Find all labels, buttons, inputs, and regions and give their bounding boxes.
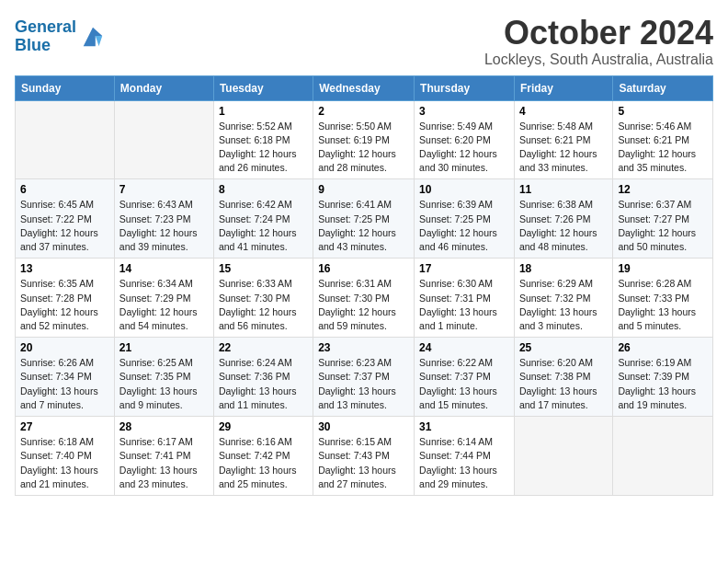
cell-info: Sunset: 7:29 PM xyxy=(119,292,209,305)
logo-icon xyxy=(80,24,106,50)
cell-info: and 26 minutes. xyxy=(219,161,308,175)
location-title: Lockleys, South Australia, Australia xyxy=(484,52,713,68)
cell-info: Sunset: 7:40 PM xyxy=(20,449,109,463)
calendar-cell: 27Sunrise: 6:18 AMSunset: 7:40 PMDayligh… xyxy=(16,417,115,496)
cell-info: Daylight: 13 hours xyxy=(419,305,509,319)
cell-info: Sunrise: 5:49 AM xyxy=(419,120,509,133)
day-number: 2 xyxy=(318,105,409,118)
header-cell-thursday: Thursday xyxy=(415,75,515,100)
cell-info: Sunset: 7:32 PM xyxy=(519,292,608,305)
day-number: 5 xyxy=(618,105,708,118)
calendar-cell: 11Sunrise: 6:38 AMSunset: 7:26 PMDayligh… xyxy=(514,179,612,259)
cell-info: Sunrise: 5:50 AM xyxy=(318,120,409,133)
header-cell-monday: Monday xyxy=(114,75,213,100)
day-number: 13 xyxy=(20,262,109,275)
day-number: 24 xyxy=(419,341,509,354)
cell-info: Sunset: 6:19 PM xyxy=(318,133,409,147)
cell-info: and 41 minutes. xyxy=(219,240,308,254)
cell-info: Sunrise: 6:33 AM xyxy=(219,277,308,291)
cell-info: Sunrise: 6:24 AM xyxy=(219,356,308,370)
cell-info: Daylight: 12 hours xyxy=(20,305,109,319)
calendar-cell: 30Sunrise: 6:15 AMSunset: 7:43 PMDayligh… xyxy=(313,417,415,496)
cell-info: Sunset: 7:22 PM xyxy=(20,213,109,226)
cell-info: Sunset: 7:30 PM xyxy=(219,292,308,305)
cell-info: Sunset: 7:23 PM xyxy=(119,213,209,226)
calendar-cell: 5Sunrise: 5:46 AMSunset: 6:21 PMDaylight… xyxy=(613,100,713,179)
cell-info: Daylight: 12 hours xyxy=(20,226,109,240)
title-block: October 2024 Lockleys, South Australia, … xyxy=(484,15,713,68)
logo-text: GeneralBlue xyxy=(15,18,76,55)
cell-info: and 25 minutes. xyxy=(219,477,308,491)
cell-info: Sunset: 7:25 PM xyxy=(318,213,409,226)
cell-info: and 39 minutes. xyxy=(119,240,209,254)
day-number: 1 xyxy=(219,105,308,118)
week-row-2: 6Sunrise: 6:45 AMSunset: 7:22 PMDaylight… xyxy=(16,179,713,259)
calendar-header: SundayMondayTuesdayWednesdayThursdayFrid… xyxy=(16,75,713,100)
cell-info: Sunrise: 6:23 AM xyxy=(318,356,409,370)
day-number: 11 xyxy=(519,183,608,196)
cell-info: Sunrise: 6:19 AM xyxy=(618,356,708,370)
calendar-cell: 10Sunrise: 6:39 AMSunset: 7:25 PMDayligh… xyxy=(415,179,515,259)
cell-info: Sunrise: 6:45 AM xyxy=(20,198,109,212)
cell-info: Daylight: 12 hours xyxy=(618,147,708,161)
cell-info: and 35 minutes. xyxy=(618,161,708,175)
calendar-cell: 19Sunrise: 6:28 AMSunset: 7:33 PMDayligh… xyxy=(613,259,713,338)
cell-info: and 54 minutes. xyxy=(119,319,209,333)
cell-info: Sunset: 7:24 PM xyxy=(219,213,308,226)
calendar-cell: 24Sunrise: 6:22 AMSunset: 7:37 PMDayligh… xyxy=(415,338,515,417)
day-number: 9 xyxy=(318,183,409,196)
calendar-cell: 17Sunrise: 6:30 AMSunset: 7:31 PMDayligh… xyxy=(415,259,515,338)
cell-info: Sunset: 7:37 PM xyxy=(318,370,409,384)
cell-info: Sunset: 6:21 PM xyxy=(519,133,608,147)
calendar-cell: 4Sunrise: 5:48 AMSunset: 6:21 PMDaylight… xyxy=(514,100,612,179)
cell-info: and 9 minutes. xyxy=(119,398,209,412)
cell-info: and 28 minutes. xyxy=(318,161,409,175)
header-cell-sunday: Sunday xyxy=(16,75,115,100)
cell-info: Sunset: 7:25 PM xyxy=(419,213,509,226)
day-number: 7 xyxy=(119,183,209,196)
cell-info: Sunrise: 6:18 AM xyxy=(20,435,109,449)
calendar-cell: 12Sunrise: 6:37 AMSunset: 7:27 PMDayligh… xyxy=(613,179,713,259)
cell-info: Sunrise: 6:28 AM xyxy=(618,277,708,291)
cell-info: Sunset: 7:33 PM xyxy=(618,292,708,305)
cell-info: Sunrise: 6:43 AM xyxy=(119,198,209,212)
day-number: 10 xyxy=(419,183,509,196)
day-number: 12 xyxy=(618,183,708,196)
calendar-cell: 9Sunrise: 6:41 AMSunset: 7:25 PMDaylight… xyxy=(313,179,415,259)
day-number: 8 xyxy=(219,183,308,196)
cell-info: Sunrise: 6:16 AM xyxy=(219,435,308,449)
cell-info: Daylight: 13 hours xyxy=(20,385,109,398)
page-header: GeneralBlue October 2024 Lockleys, South… xyxy=(15,15,713,68)
cell-info: and 11 minutes. xyxy=(219,398,308,412)
calendar-cell xyxy=(114,100,213,179)
day-number: 20 xyxy=(20,341,109,354)
calendar-cell: 21Sunrise: 6:25 AMSunset: 7:35 PMDayligh… xyxy=(114,338,213,417)
cell-info: Sunrise: 6:38 AM xyxy=(519,198,608,212)
calendar-cell xyxy=(514,417,612,496)
cell-info: Sunrise: 6:39 AM xyxy=(419,198,509,212)
logo: GeneralBlue xyxy=(15,18,106,55)
cell-info: Sunset: 7:38 PM xyxy=(519,370,608,384)
cell-info: Sunset: 7:39 PM xyxy=(618,370,708,384)
cell-info: Sunset: 6:18 PM xyxy=(219,133,308,147)
cell-info: Sunset: 6:20 PM xyxy=(419,133,509,147)
calendar-cell: 31Sunrise: 6:14 AMSunset: 7:44 PMDayligh… xyxy=(415,417,515,496)
cell-info: Sunrise: 6:31 AM xyxy=(318,277,409,291)
month-title: October 2024 xyxy=(484,15,713,52)
calendar-cell: 8Sunrise: 6:42 AMSunset: 7:24 PMDaylight… xyxy=(213,179,313,259)
cell-info: and 50 minutes. xyxy=(618,240,708,254)
cell-info: and 48 minutes. xyxy=(519,240,608,254)
cell-info: Sunrise: 6:22 AM xyxy=(419,356,509,370)
cell-info: Sunset: 7:42 PM xyxy=(219,449,308,463)
calendar-cell: 22Sunrise: 6:24 AMSunset: 7:36 PMDayligh… xyxy=(213,338,313,417)
cell-info: Daylight: 13 hours xyxy=(519,305,608,319)
cell-info: Sunrise: 6:37 AM xyxy=(618,198,708,212)
cell-info: Sunset: 7:44 PM xyxy=(419,449,509,463)
cell-info: Sunset: 6:21 PM xyxy=(618,133,708,147)
day-number: 18 xyxy=(519,262,608,275)
cell-info: Daylight: 13 hours xyxy=(519,385,608,398)
calendar-cell: 18Sunrise: 6:29 AMSunset: 7:32 PMDayligh… xyxy=(514,259,612,338)
day-number: 6 xyxy=(20,183,109,196)
cell-info: and 7 minutes. xyxy=(20,398,109,412)
cell-info: Sunset: 7:26 PM xyxy=(519,213,608,226)
